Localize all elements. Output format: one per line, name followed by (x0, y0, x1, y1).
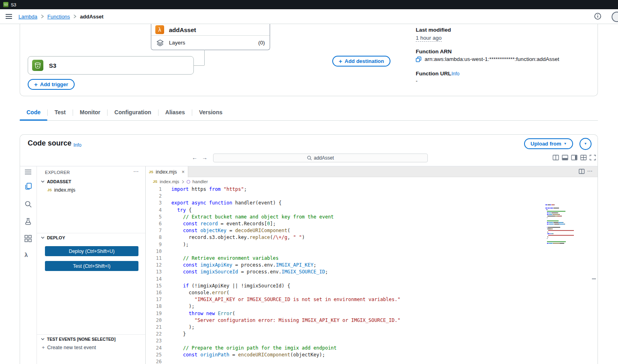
collapse-panel-button[interactable]: ▼ (579, 138, 592, 150)
breadcrumb-functions-link[interactable]: Functions (47, 14, 70, 20)
feedback-widget-icon[interactable] (612, 12, 618, 22)
layout-panel-right-icon[interactable] (571, 155, 577, 160)
search-sidebar-icon[interactable] (24, 200, 32, 208)
explorer-project-row[interactable]: ADDASSET (41, 179, 71, 184)
caret-down-icon: ▼ (584, 142, 587, 146)
code-line[interactable]: 22 } (146, 331, 598, 338)
navigate-back-icon[interactable]: ← (192, 154, 197, 161)
code-line[interactable]: 16 console.error( (146, 289, 598, 296)
function-arn-value: arn:aws:lambda:us-west-1:************:fu… (425, 56, 559, 62)
line-number: 19 (146, 310, 162, 317)
tab-versions[interactable]: Versions (192, 105, 229, 120)
function-url-value: - (416, 78, 418, 84)
code-line[interactable]: 10 (146, 248, 598, 255)
function-url-label: Function URL (416, 71, 451, 77)
last-modified-value[interactable]: 1 hour ago (416, 35, 442, 42)
code-line[interactable]: 17 "IMGIX_API_KEY or IMGIX_SOURCE_ID is … (146, 296, 598, 303)
test-flask-icon[interactable] (24, 218, 32, 225)
function-node[interactable]: λ addAsset Layers (0) (151, 24, 270, 50)
hamburger-menu-icon[interactable] (6, 14, 12, 19)
add-trigger-button[interactable]: + Add trigger (28, 79, 75, 90)
code-line[interactable]: 24 // Prepare the origin path for the im… (146, 345, 598, 352)
deploy-button[interactable]: Deploy (Ctrl+Shift+U) (45, 246, 138, 256)
code-line[interactable]: 20 "Server configuration error: Missing … (146, 317, 598, 324)
code-line[interactable]: 2 (146, 193, 598, 200)
code-line[interactable]: 9 ); (146, 241, 598, 248)
search-icon (307, 156, 312, 160)
code-line[interactable]: 15 if (!imgixApiKey || !imgixSourceId) { (146, 283, 598, 289)
more-actions-icon[interactable]: ⋯ (587, 168, 593, 174)
info-icon[interactable] (594, 13, 601, 20)
code-line[interactable]: 6 const record = event.Records[0]; (146, 220, 598, 227)
breadcrumb-symbol[interactable]: handler (193, 179, 208, 184)
editor-breadcrumb: JS index.mjs handler (146, 177, 598, 186)
line-number: 11 (146, 255, 162, 262)
line-number: 3 (146, 200, 162, 206)
create-test-event-button[interactable]: + Create new test event (42, 344, 96, 350)
menu-icon[interactable] (24, 169, 32, 175)
line-number: 13 (146, 269, 162, 275)
tab-configuration[interactable]: Configuration (108, 105, 158, 120)
code-line[interactable]: 12 const imgixApiKey = process.env.IMGIX… (146, 262, 598, 269)
function-url-info-link[interactable]: Info (451, 71, 459, 77)
connector-line (204, 50, 205, 65)
layout-maximize-icon[interactable] (590, 155, 596, 160)
explorer-files-icon[interactable] (24, 182, 32, 190)
aws-toolkit-icon[interactable]: λ (24, 251, 28, 258)
layout-panel-bottom-icon[interactable] (562, 155, 568, 160)
editor-tab-indexmjs[interactable]: JS index.mjs × (146, 166, 188, 177)
line-number: 9 (146, 241, 162, 248)
code-source-info-link[interactable]: Info (73, 142, 81, 148)
s3-trigger-node[interactable]: S3 (28, 56, 194, 75)
tab-aliases[interactable]: Aliases (159, 105, 192, 120)
close-tab-icon[interactable]: × (181, 169, 185, 175)
navigate-forward-icon[interactable]: → (202, 154, 207, 161)
tab-monitor[interactable]: Monitor (73, 105, 107, 120)
layers-row[interactable]: Layers (0) (151, 36, 270, 50)
tab-test[interactable]: Test (48, 105, 73, 120)
scrollbar-thumb[interactable] (592, 278, 596, 279)
code-line[interactable]: 14 (146, 276, 598, 283)
s3-tab-icon: S3 (3, 2, 8, 7)
line-number: 25 (146, 352, 162, 358)
breadcrumb-file[interactable]: index.mjs (160, 179, 179, 184)
code-line[interactable]: 11 // Retrieve environment variables (146, 255, 598, 262)
code-line[interactable]: 4 try { (146, 207, 598, 214)
deploy-section-header[interactable]: DEPLOY (41, 235, 65, 240)
function-tabs: CodeTestMonitorConfigurationAliasesVersi… (20, 105, 598, 121)
code-line[interactable]: 13 const imgixSourceId = process.env.IMG… (146, 269, 598, 275)
s3-icon (32, 60, 43, 71)
deploy-section-label: DEPLOY (47, 235, 65, 240)
editor-search-input[interactable]: addAsset (213, 154, 428, 162)
test-events-section-label: TEST EVENTS [NONE SELECTED] (47, 337, 116, 342)
copy-icon[interactable] (416, 57, 421, 62)
test-events-section-header[interactable]: TEST EVENTS [NONE SELECTED] (41, 337, 116, 342)
code-line[interactable]: 7 const objectKey = decodeURIComponent( (146, 227, 598, 234)
code-line[interactable]: 23 (146, 338, 598, 344)
tab-code[interactable]: Code (20, 105, 47, 120)
code-line[interactable]: 3export async function handler(event) { (146, 200, 598, 206)
layout-grid-icon[interactable] (580, 155, 587, 160)
code-line[interactable]: 8 record.s3.object.key.replace(/\+/g, " … (146, 234, 598, 241)
code-line[interactable]: 5 // Extract bucket name and object key … (146, 214, 598, 220)
explorer-file-row[interactable]: JS index.mjs (47, 187, 75, 193)
code-line[interactable]: 26 (146, 358, 598, 364)
line-number: 6 (146, 220, 162, 227)
code-line[interactable]: 19 throw new Error( (146, 310, 598, 317)
breadcrumb-lambda-link[interactable]: Lambda (18, 14, 37, 20)
code-line[interactable]: 25 const originPath = encodeURIComponent… (146, 352, 598, 358)
line-number: 17 (146, 296, 162, 303)
infrastructure-icon[interactable] (24, 235, 32, 242)
layout-split-vertical-icon[interactable] (553, 155, 559, 160)
split-editor-icon[interactable] (579, 169, 585, 174)
line-number: 7 (146, 227, 162, 234)
minimap[interactable] (545, 204, 582, 245)
code-line[interactable]: 21 ); (146, 324, 598, 331)
code-line[interactable]: 1import https from "https"; (146, 186, 598, 193)
explorer-more-icon[interactable]: ⋯ (133, 168, 139, 174)
upload-from-button[interactable]: Upload from ▼ (524, 138, 573, 149)
add-destination-button[interactable]: + Add destination (332, 56, 390, 67)
code-editor[interactable]: 1import https from "https";23export asyn… (146, 186, 598, 364)
test-code-button[interactable]: Test (Ctrl+Shift+I) (45, 261, 138, 271)
code-line[interactable]: 18 ); (146, 303, 598, 310)
